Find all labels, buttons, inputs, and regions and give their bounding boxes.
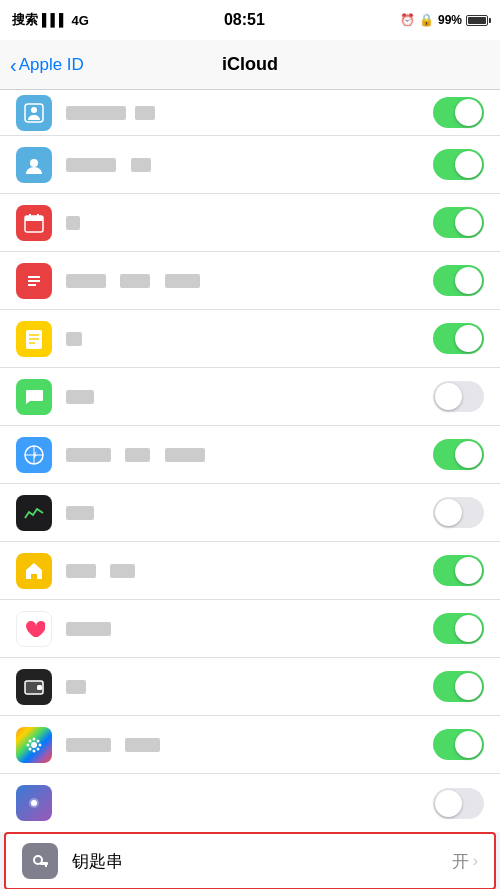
svg-point-21 — [33, 749, 36, 752]
item-icon — [16, 263, 52, 299]
battery-percentage: 99% — [438, 13, 462, 27]
item-icon — [16, 611, 52, 647]
toggle-switch[interactable] — [433, 439, 484, 470]
svg-rect-4 — [25, 216, 43, 221]
toggle-switch[interactable] — [433, 149, 484, 180]
svg-point-27 — [29, 747, 32, 750]
svg-point-22 — [27, 743, 30, 746]
keychain-chevron-icon: › — [473, 852, 478, 870]
svg-point-19 — [31, 742, 37, 748]
item-icon — [16, 379, 52, 415]
alarm-icon: ⏰ — [400, 13, 415, 27]
item-icon — [16, 727, 52, 763]
keychain-item[interactable]: 钥匙串 开 › — [4, 832, 496, 889]
item-label — [66, 329, 433, 349]
item-icon — [16, 205, 52, 241]
list-item[interactable] — [0, 252, 500, 310]
svg-point-26 — [37, 739, 40, 742]
status-left: 搜索 ▌▌▌ 4G — [12, 11, 89, 29]
item-label — [66, 677, 433, 697]
item-label — [66, 213, 433, 233]
item-icon — [16, 95, 52, 131]
svg-point-23 — [39, 743, 42, 746]
toggle-switch[interactable] — [433, 265, 484, 296]
list-item[interactable] — [0, 658, 500, 716]
list-item[interactable] — [0, 426, 500, 484]
toggle-switch[interactable] — [433, 323, 484, 354]
item-label — [66, 271, 433, 291]
page-title: iCloud — [222, 54, 278, 75]
toggle-switch[interactable] — [433, 97, 484, 128]
item-icon — [16, 147, 52, 183]
list-item[interactable] — [0, 368, 500, 426]
item-label — [66, 503, 433, 523]
toggle-switch[interactable] — [433, 497, 484, 528]
list-item[interactable] — [0, 484, 500, 542]
svg-point-1 — [31, 107, 37, 113]
list-item[interactable] — [0, 600, 500, 658]
list-item[interactable] — [0, 90, 500, 136]
item-icon — [16, 669, 52, 705]
item-label — [66, 387, 433, 407]
list-item[interactable] — [0, 716, 500, 774]
toggle-switch[interactable] — [433, 613, 484, 644]
signal-bars: ▌▌▌ — [42, 13, 68, 27]
item-icon — [16, 785, 52, 821]
back-label: Apple ID — [19, 55, 84, 75]
item-label — [66, 103, 433, 123]
svg-point-29 — [31, 800, 37, 806]
toggle-switch[interactable] — [433, 788, 484, 819]
item-icon — [16, 321, 52, 357]
list-item[interactable] — [0, 542, 500, 600]
battery-icon — [466, 15, 488, 26]
toggle-switch[interactable] — [433, 671, 484, 702]
status-bar: 搜索 ▌▌▌ 4G 08:51 ⏰ 🔒 99% — [0, 0, 500, 40]
item-label — [66, 445, 433, 465]
list-item[interactable] — [0, 310, 500, 368]
list-item[interactable] — [0, 774, 500, 832]
status-right: ⏰ 🔒 99% — [400, 13, 488, 27]
item-icon — [16, 553, 52, 589]
svg-rect-18 — [37, 685, 42, 690]
keychain-label: 钥匙串 — [72, 850, 452, 873]
item-label — [66, 561, 433, 581]
item-label — [66, 735, 433, 755]
status-time: 08:51 — [224, 11, 265, 29]
nav-bar: ‹ Apple ID iCloud — [0, 40, 500, 90]
svg-rect-32 — [45, 864, 47, 867]
item-label — [66, 619, 433, 639]
list-item[interactable] — [0, 136, 500, 194]
toggle-switch[interactable] — [433, 381, 484, 412]
lock-icon: 🔒 — [419, 13, 434, 27]
settings-list — [0, 90, 500, 832]
network-type: 4G — [72, 13, 89, 28]
svg-point-20 — [33, 737, 36, 740]
toggle-switch[interactable] — [433, 729, 484, 760]
keychain-icon — [22, 843, 58, 879]
svg-point-2 — [30, 159, 38, 167]
toggle-switch[interactable] — [433, 207, 484, 238]
keychain-value: 开 — [452, 850, 469, 873]
back-chevron-icon: ‹ — [10, 55, 17, 75]
svg-point-25 — [37, 747, 40, 750]
carrier-signal: 搜索 — [12, 11, 38, 29]
item-icon — [16, 495, 52, 531]
back-button[interactable]: ‹ Apple ID — [10, 55, 84, 75]
svg-point-24 — [29, 739, 32, 742]
list-item[interactable] — [0, 194, 500, 252]
item-icon — [16, 437, 52, 473]
toggle-switch[interactable] — [433, 555, 484, 586]
item-label — [66, 155, 433, 175]
